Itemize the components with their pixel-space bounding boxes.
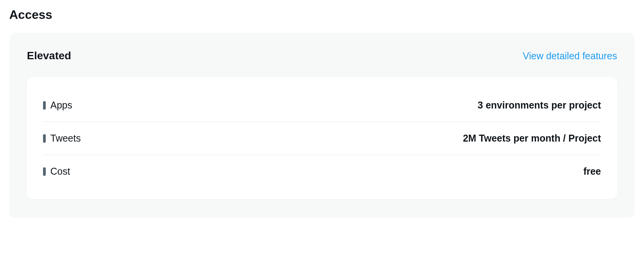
feature-row-cost: Cost free (43, 155, 601, 188)
feature-label: Tweets (50, 133, 81, 144)
features-card: Apps 3 environments per project Tweets 2… (27, 77, 617, 199)
feature-label: Cost (50, 166, 70, 177)
feature-row-left: Apps (43, 100, 72, 111)
feature-value: free (583, 166, 601, 177)
feature-row-apps: Apps 3 environments per project (43, 89, 601, 122)
feature-label: Apps (50, 100, 72, 111)
feature-row-tweets: Tweets 2M Tweets per month / Project (43, 122, 601, 155)
bullet-icon (43, 101, 46, 110)
feature-value: 3 environments per project (478, 100, 601, 111)
panel-header: Elevated View detailed features (27, 50, 617, 62)
feature-row-left: Cost (43, 166, 70, 177)
bullet-icon (43, 167, 46, 176)
tier-name: Elevated (27, 50, 71, 62)
feature-row-left: Tweets (43, 133, 81, 144)
feature-value: 2M Tweets per month / Project (463, 133, 601, 144)
bullet-icon (43, 134, 46, 143)
view-detailed-features-link[interactable]: View detailed features (523, 50, 617, 62)
section-title: Access (9, 8, 635, 22)
access-panel: Elevated View detailed features Apps 3 e… (9, 33, 635, 218)
